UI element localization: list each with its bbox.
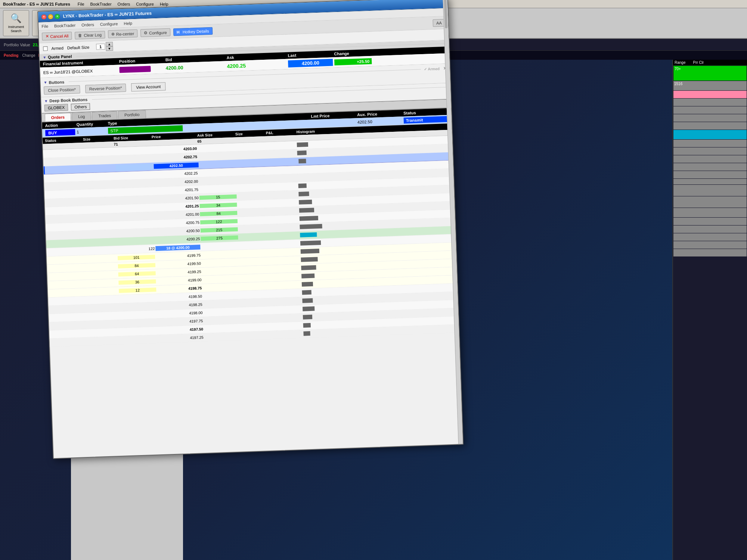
view-account-button[interactable]: View Account [131,82,166,91]
change-label: Change [22,53,35,57]
right-gray-block4 [673,114,747,122]
scrollbar-thumb[interactable] [444,8,447,28]
pr-pl [267,169,297,171]
pr-pl [272,301,302,302]
pr-size [84,176,114,177]
size-stepper[interactable]: 1 ▲ ▼ [96,42,113,52]
menu-configure[interactable]: Configure [136,2,154,6]
range-header: Range [675,60,685,65]
pr-bid [115,183,152,184]
pr-status [48,234,86,236]
top-menu-items: File BookTrader Orders Configure Help [78,2,168,6]
plh-size: Size [83,136,113,141]
win-menu-file[interactable]: File [41,24,48,29]
pr-status [52,341,89,342]
stepper-arrows: ▲ ▼ [106,42,113,51]
pr-size [83,152,113,153]
pr-price: 4199.00 [156,278,201,283]
recenter-label: Re-center [116,31,134,36]
pr-s2 [242,318,272,320]
app-title: BookTrader - ES ∞ JUN'21 Futures [3,2,70,6]
pr-ask-size: 15 [199,195,237,200]
pr-pl [270,260,300,261]
tab-orders-label: Orders [51,115,65,120]
menu-orders[interactable]: Orders [118,2,130,6]
pr-pl [269,235,299,236]
bas-size [83,142,113,147]
hotkey-label: H [177,29,180,34]
pr-size [84,184,114,186]
tab-portfolio[interactable]: Portfolio [118,110,146,119]
pr-pl [271,268,301,269]
pr-price: 4202.00 [153,179,198,185]
deepbook-triangle: ▼ [44,99,48,103]
oh-status: Status [403,109,448,115]
win-menu-booktrader[interactable]: BookTrader [54,23,75,28]
cancel-all-button[interactable]: ✕ Cancel All [42,32,72,41]
window-maximize-button[interactable]: + [55,13,60,19]
instrument-search-button[interactable]: 🔍 Instrument Search [3,10,29,36]
order-status[interactable]: Transmit [404,116,449,124]
tab-trades[interactable]: Trades [92,111,118,120]
pr-status [49,259,86,260]
oh-lmt-price: Lmt Price [311,112,356,118]
clear-log-button[interactable]: 🗑 Clear Log [75,31,105,39]
pr-bid-bar [115,164,153,171]
window-close-button[interactable]: × [41,14,46,19]
recenter-button[interactable]: ⊕ Re-center [108,29,138,38]
pr-ask-size: 122 [200,219,238,224]
plh-status: Status [45,137,82,143]
reverse-position-button[interactable]: Reverse Position* [85,84,126,93]
pr-s2 [238,195,267,196]
order-lmt [311,122,356,124]
view-account-label: View Account [136,84,161,90]
pr-ask [203,311,241,312]
win-menu-help[interactable]: Help [124,21,132,26]
pr-price: 4200.50 [155,228,200,234]
pr-ask-size: 84 [200,211,237,216]
tab-log[interactable]: Log [72,112,92,121]
quote-triangle: ▼ [43,55,46,59]
menu-help[interactable]: Help [160,2,168,6]
win-menu-orders[interactable]: Orders [81,22,94,27]
tab-orders[interactable]: Orders [45,113,71,121]
stepper-up[interactable]: ▲ [106,42,113,47]
others-button[interactable]: Others [71,103,90,111]
right-gray-block7 [673,147,747,155]
prr-clr-header: Prr Clr [693,60,704,65]
pr-status [49,243,86,244]
tab-portfolio-label: Portfolio [124,112,140,117]
pr-status [47,218,85,219]
pr-s2 [236,146,266,147]
right-gray-block14 [673,208,747,217]
pr-pl [270,252,300,253]
hotkey-details-button[interactable]: H Hotkey Details [173,27,213,36]
pr-s2 [236,154,266,155]
pr-status [50,292,87,293]
win-menu-configure[interactable]: Configure [100,21,118,27]
pr-ask [203,295,240,296]
right-gray-block3 [673,106,747,114]
close-position-button[interactable]: Close Position* [44,85,80,94]
pr-s2 [240,277,270,279]
search-icon: 🔍 [10,13,22,24]
stepper-down[interactable]: ▼ [106,46,113,51]
others-label: Others [74,105,87,109]
pr-size [85,168,115,169]
pr-ask [202,270,239,271]
window-minimize-button[interactable]: − [48,14,53,19]
pr-size [86,225,116,227]
globex-button[interactable]: GLOBEX [44,104,68,111]
right-header: Range Prr Clr [673,60,747,65]
configure-btn[interactable]: ⚙ Configure [140,28,170,37]
pr-bid [120,323,157,324]
pr-ask [201,254,239,255]
pr-bid [120,314,157,315]
menu-file[interactable]: File [78,2,84,6]
bas-size2 [235,137,265,142]
armed-checkbox[interactable] [43,46,47,51]
pr-s2 [241,286,270,287]
right-gray-block1: 1516 [673,81,747,90]
quote-panel-title: Quote Panel [48,54,72,59]
menu-booktrader[interactable]: BookTrader [90,2,112,6]
